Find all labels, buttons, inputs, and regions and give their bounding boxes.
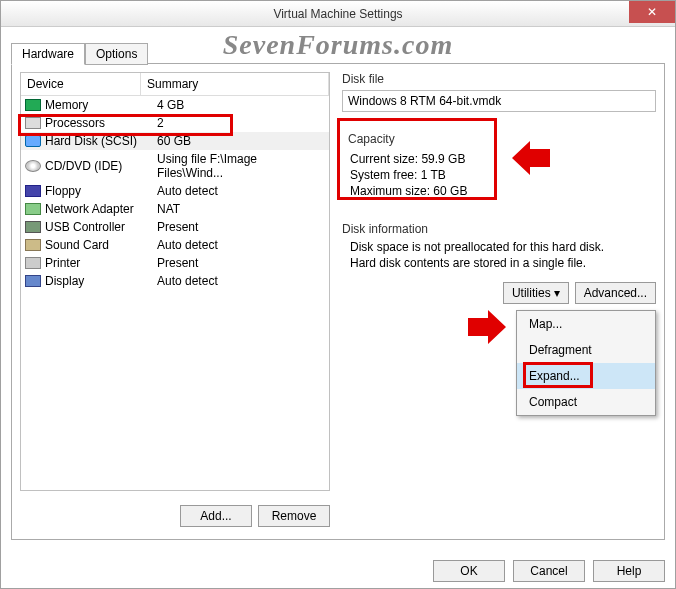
- device-summary: Using file F:\Image Files\Wind...: [157, 152, 325, 180]
- vm-settings-window: Virtual Machine Settings ✕ SevenForums.c…: [0, 0, 676, 589]
- header-device[interactable]: Device: [21, 73, 141, 95]
- device-summary: 60 GB: [157, 134, 325, 148]
- window-title: Virtual Machine Settings: [1, 7, 675, 21]
- device-row[interactable]: CD/DVD (IDE)Using file F:\Image Files\Wi…: [21, 150, 329, 182]
- chevron-down-icon: ▾: [554, 286, 560, 300]
- device-icon: [25, 185, 41, 197]
- close-button[interactable]: ✕: [629, 1, 675, 23]
- disk-file-field[interactable]: Windows 8 RTM 64-bit.vmdk: [342, 90, 656, 112]
- device-summary: Auto detect: [157, 274, 325, 288]
- device-name: Sound Card: [45, 238, 157, 252]
- highlight-expand: [523, 362, 593, 388]
- tab-hardware[interactable]: Hardware: [11, 43, 85, 65]
- disk-info-line2: Hard disk contents are stored in a singl…: [342, 256, 656, 270]
- device-name: CD/DVD (IDE): [45, 159, 157, 173]
- device-summary: NAT: [157, 202, 325, 216]
- menu-item-defragment[interactable]: Defragment: [517, 337, 655, 363]
- device-row[interactable]: PrinterPresent: [21, 254, 329, 272]
- cancel-button[interactable]: Cancel: [513, 560, 585, 582]
- utilities-row: Utilities▾ Advanced... Map... Defragment…: [342, 282, 656, 304]
- disk-file-label: Disk file: [342, 72, 656, 86]
- device-icon: [25, 203, 41, 215]
- device-summary: Present: [157, 220, 325, 234]
- device-row[interactable]: DisplayAuto detect: [21, 272, 329, 290]
- ok-button[interactable]: OK: [433, 560, 505, 582]
- disk-info-group: Disk information Disk space is not preal…: [342, 222, 656, 270]
- device-row[interactable]: Sound CardAuto detect: [21, 236, 329, 254]
- device-icon: [25, 275, 41, 287]
- help-button[interactable]: Help: [593, 560, 665, 582]
- list-header: Device Summary: [21, 73, 329, 96]
- dialog-buttons: OK Cancel Help: [433, 560, 665, 582]
- detail-pane: Disk file Windows 8 RTM 64-bit.vmdk Capa…: [342, 72, 656, 531]
- device-row[interactable]: Network AdapterNAT: [21, 200, 329, 218]
- utilities-button[interactable]: Utilities▾: [503, 282, 569, 304]
- device-name: Printer: [45, 256, 157, 270]
- disk-info-line1: Disk space is not preallocated for this …: [342, 240, 656, 254]
- device-summary: Auto detect: [157, 184, 325, 198]
- capacity-group: Capacity Current size: 59.9 GB System fr…: [342, 126, 656, 206]
- device-summary: 4 GB: [157, 98, 325, 112]
- add-button[interactable]: Add...: [180, 505, 252, 527]
- device-icon: [25, 135, 41, 147]
- arrow-capacity-icon: [510, 139, 552, 177]
- device-icon: [25, 239, 41, 251]
- device-icon: [25, 99, 41, 111]
- tab-panel: Device Summary Memory4 GBProcessors2Hard…: [11, 63, 665, 540]
- disk-info-label: Disk information: [342, 222, 656, 236]
- device-name: Display: [45, 274, 157, 288]
- menu-item-compact[interactable]: Compact: [517, 389, 655, 415]
- tab-bar: Hardware Options: [11, 43, 671, 65]
- device-name: Floppy: [45, 184, 157, 198]
- titlebar[interactable]: Virtual Machine Settings ✕: [1, 1, 675, 27]
- device-row[interactable]: Memory4 GB: [21, 96, 329, 114]
- utilities-menu: Map... Defragment Expand... Compact: [516, 310, 656, 416]
- highlight-device-row: [18, 114, 233, 136]
- device-name: Memory: [45, 98, 157, 112]
- content-area: Hardware Options Device Summary Memory4 …: [5, 29, 671, 546]
- device-name: USB Controller: [45, 220, 157, 234]
- menu-item-expand[interactable]: Expand...: [517, 363, 655, 389]
- device-icon: [25, 160, 41, 172]
- device-buttons: Add... Remove: [20, 505, 330, 527]
- device-name: Hard Disk (SCSI): [45, 134, 157, 148]
- device-row[interactable]: USB ControllerPresent: [21, 218, 329, 236]
- advanced-button[interactable]: Advanced...: [575, 282, 656, 304]
- menu-item-map[interactable]: Map...: [517, 311, 655, 337]
- device-name: Network Adapter: [45, 202, 157, 216]
- device-icon: [25, 221, 41, 233]
- device-summary: Auto detect: [157, 238, 325, 252]
- highlight-capacity: [337, 118, 497, 200]
- device-icon: [25, 257, 41, 269]
- device-row[interactable]: FloppyAuto detect: [21, 182, 329, 200]
- header-summary[interactable]: Summary: [141, 73, 329, 95]
- remove-button[interactable]: Remove: [258, 505, 330, 527]
- tab-options[interactable]: Options: [85, 43, 148, 65]
- arrow-utilities-icon: [466, 308, 508, 346]
- device-summary: Present: [157, 256, 325, 270]
